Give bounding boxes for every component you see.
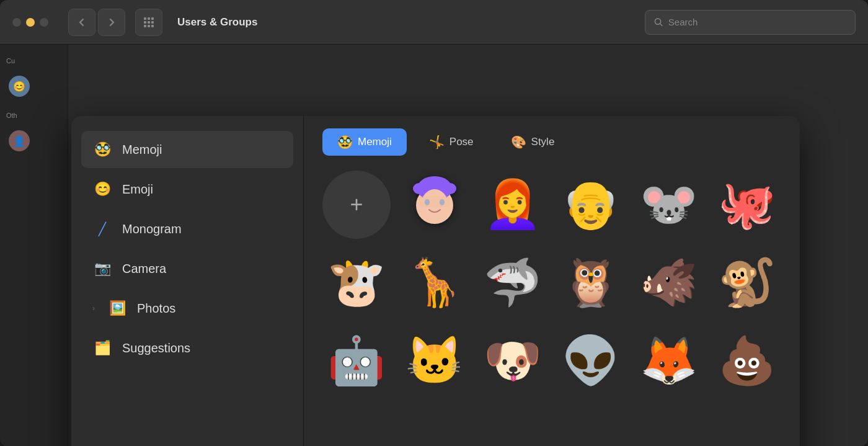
nav-buttons (68, 9, 125, 36)
memoji-item-10[interactable]: 🐗 (635, 249, 703, 317)
tab-pose-label: Pose (450, 136, 474, 148)
chevron-icon: › (92, 304, 95, 313)
tab-memoji-label: Memoji (358, 136, 392, 148)
popup-tabs: 🥸 Memoji 🤸 Pose 🎨 Style (322, 128, 781, 156)
svg-point-13 (413, 183, 425, 194)
memoji-item-14[interactable]: 🐶 (479, 327, 547, 395)
nav-label-suggestions: Suggestions (122, 341, 190, 355)
nav-item-memoji[interactable]: 🥸 Memoji (81, 131, 293, 168)
emoji-row-2: 🐮 🦒 🦈 🦉 🐗 (322, 249, 781, 317)
memoji-item-4[interactable]: 🐭 (635, 171, 703, 239)
window-title: Users & Groups (177, 16, 257, 29)
search-icon (654, 17, 663, 27)
minimize-button[interactable] (26, 18, 35, 27)
memoji-item-2[interactable]: 👩‍🦰 (479, 171, 547, 239)
popup-content: 🥸 Memoji 🤸 Pose 🎨 Style (304, 116, 800, 446)
svg-rect-6 (144, 25, 146, 27)
memoji-item-11[interactable]: 🐒 (713, 249, 781, 317)
search-input[interactable] (668, 17, 846, 27)
add-memoji-button[interactable]: + (322, 171, 391, 239)
search-bar[interactable] (645, 10, 856, 35)
tab-memoji-icon: 🥸 (337, 135, 353, 149)
emoji-row-3: 🤖 🐱 🐶 👽 🦊 (322, 327, 781, 395)
memoji-item-1[interactable] (401, 171, 469, 239)
nav-item-suggestions[interactable]: 🗂️ Suggestions (81, 329, 293, 367)
main-content: Cu 😊 Oth 👤 🥸 Memoji (0, 45, 868, 446)
svg-point-14 (444, 183, 456, 194)
memoji-item-6[interactable]: 🐮 (322, 249, 391, 317)
tab-memoji[interactable]: 🥸 Memoji (322, 128, 407, 156)
memoji-item-13[interactable]: 🐱 (401, 327, 469, 395)
memoji-item-16[interactable]: 🦊 (635, 327, 703, 395)
back-button[interactable] (68, 9, 95, 36)
titlebar: Users & Groups (0, 0, 868, 45)
memoji-item-15[interactable]: 👽 (557, 327, 625, 395)
emoji-grid: + (322, 171, 781, 446)
svg-rect-18 (419, 196, 450, 207)
memoji-item-8[interactable]: 🦈 (479, 249, 547, 317)
nav-label-camera: Camera (122, 262, 166, 276)
avatar-other: 👤 (9, 130, 30, 151)
tab-pose-icon: 🤸 (429, 135, 445, 149)
popup-nav: 🥸 Memoji 😊 Emoji ╱ Monogram 📷 Camera › (71, 116, 304, 446)
svg-rect-7 (148, 25, 150, 27)
emoji-icon: 😊 (92, 179, 112, 199)
sidebar-user-other[interactable]: 👤 (0, 125, 68, 156)
suggestions-icon: 🗂️ (92, 338, 112, 358)
photos-icon: 🖼️ (107, 298, 127, 318)
close-button[interactable] (12, 18, 21, 27)
memoji-icon: 🥸 (92, 140, 112, 159)
memoji-item-9[interactable]: 🦉 (557, 249, 625, 317)
memoji-item-7[interactable]: 🦒 (401, 249, 469, 317)
nav-label-photos: Photos (137, 301, 175, 316)
memoji-item-12[interactable]: 🤖 (322, 327, 391, 395)
traffic-lights (12, 18, 48, 27)
svg-rect-2 (151, 17, 154, 20)
memoji-item-17[interactable]: 💩 (713, 327, 781, 395)
forward-button[interactable] (98, 9, 125, 36)
svg-rect-1 (148, 17, 150, 20)
svg-line-10 (660, 24, 662, 25)
nav-label-monogram: Monogram (122, 222, 182, 236)
memoji-item-5[interactable]: 🐙 (713, 171, 781, 239)
memoji-item-3[interactable]: 👴 (557, 171, 625, 239)
sidebar-label-other: Oth (0, 112, 68, 119)
tab-style-label: Style (531, 136, 555, 148)
camera-icon: 📷 (92, 259, 112, 279)
svg-rect-3 (144, 21, 146, 24)
svg-rect-8 (151, 25, 154, 27)
left-sidebar: Cu 😊 Oth 👤 (0, 45, 68, 446)
main-window: Users & Groups Cu 😊 Oth 👤 (0, 0, 868, 446)
nav-label-emoji: Emoji (122, 182, 153, 197)
avatar: 😊 (9, 76, 30, 97)
svg-rect-0 (144, 17, 146, 20)
tab-style[interactable]: 🎨 Style (496, 128, 570, 156)
nav-item-monogram[interactable]: ╱ Monogram (81, 210, 293, 248)
emoji-row-1: + (322, 171, 781, 239)
nav-label-memoji: Memoji (122, 143, 162, 157)
sidebar-user-current[interactable]: 😊 (0, 71, 68, 102)
tab-pose[interactable]: 🤸 Pose (414, 128, 489, 156)
grid-view-button[interactable] (135, 9, 162, 36)
svg-rect-4 (148, 21, 150, 24)
maximize-button[interactable] (40, 18, 48, 27)
nav-item-emoji[interactable]: 😊 Emoji (81, 171, 293, 208)
nav-item-photos[interactable]: › 🖼️ Photos (81, 290, 293, 327)
avatar-picker-popup: 🥸 Memoji 😊 Emoji ╱ Monogram 📷 Camera › (71, 116, 800, 446)
sidebar-label-current: Cu (0, 57, 68, 65)
monogram-icon: ╱ (92, 219, 112, 239)
tab-style-icon: 🎨 (511, 135, 526, 149)
nav-item-camera[interactable]: 📷 Camera (81, 250, 293, 287)
svg-rect-5 (151, 21, 154, 24)
